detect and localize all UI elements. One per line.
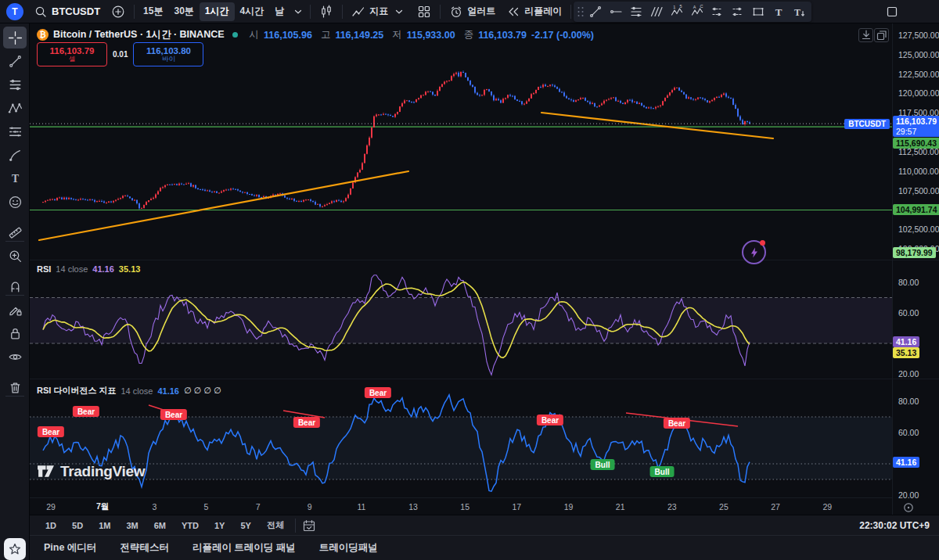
sidebar-tool-zoom-in[interactable] bbox=[3, 245, 27, 267]
elliott-impulse-icon: 15 bbox=[670, 5, 684, 19]
range-YTD[interactable]: YTD bbox=[177, 519, 203, 533]
favorites-toolbar-button[interactable] bbox=[4, 538, 26, 560]
magnet-icon bbox=[8, 279, 23, 294]
sidebar-tool-text-tool[interactable]: T bbox=[3, 167, 27, 189]
ai-assistant-button[interactable] bbox=[742, 240, 766, 264]
bottom-tab-1[interactable]: 전략테스터 bbox=[120, 541, 169, 555]
timeframe-4시간[interactable]: 4시간 bbox=[235, 2, 270, 21]
sell-button[interactable]: 116,103.79 셀 bbox=[37, 42, 107, 66]
sidebar-tool-remove-all[interactable] bbox=[3, 376, 27, 398]
restore-pane-button[interactable] bbox=[874, 28, 889, 42]
sidebar-tool-drawing-edit-lock[interactable] bbox=[3, 299, 27, 321]
ruler-icon bbox=[8, 225, 23, 240]
timeframe-날[interactable]: 날 bbox=[269, 2, 290, 21]
range-1Y[interactable]: 1Y bbox=[210, 519, 229, 533]
toolbar-separator bbox=[295, 519, 296, 533]
range-5Y[interactable]: 5Y bbox=[236, 519, 255, 533]
replay-icon bbox=[506, 5, 520, 19]
timeframe-15분[interactable]: 15분 bbox=[138, 2, 168, 21]
drawtool-elliott-impulse[interactable]: 15 bbox=[667, 2, 687, 21]
divergence-legend[interactable]: RSI 다이버전스 지표 14 close 41.16 ∅ ∅ ∅ ∅ bbox=[37, 385, 221, 397]
layout-templates-button[interactable] bbox=[412, 2, 437, 21]
timeframe-1시간[interactable]: 1시간 bbox=[200, 2, 235, 21]
sidebar-tool-hide-all[interactable] bbox=[3, 346, 27, 368]
rsi-chart[interactable] bbox=[30, 260, 892, 379]
high-label: 고 bbox=[321, 28, 331, 41]
drawtool-horizontal-ray[interactable] bbox=[606, 2, 626, 21]
timeframe-menu-button[interactable] bbox=[290, 2, 307, 21]
sidebar-tool-trend-line[interactable] bbox=[3, 50, 27, 72]
range-3M[interactable]: 3M bbox=[121, 519, 142, 533]
time-label-19: 19 bbox=[564, 502, 574, 512]
bottom-toolbar: 1D5D1M3M6MYTD1Y5Y전체 22:30:02 UTC+9 bbox=[30, 515, 939, 535]
bull-label: Bull bbox=[650, 466, 675, 477]
divergence-tick: 80.00 bbox=[898, 397, 919, 406]
range-1D[interactable]: 1D bbox=[41, 519, 61, 533]
time-label-7월: 7월 bbox=[96, 501, 109, 512]
drawtool-short-position[interactable] bbox=[728, 2, 748, 21]
candles-icon bbox=[319, 5, 333, 19]
price-tick: 102,500.00 bbox=[898, 224, 939, 234]
bar-countdown: 29:57 bbox=[896, 127, 937, 137]
timeframe-30분[interactable]: 30분 bbox=[168, 2, 199, 21]
compare-button[interactable] bbox=[106, 2, 131, 21]
indicators-button[interactable]: 지표 bbox=[346, 2, 412, 21]
sidebar-tool-fib-retracement[interactable] bbox=[3, 74, 27, 95]
close-value: 116,103.79 bbox=[478, 30, 527, 41]
drawtool-trend-line[interactable] bbox=[585, 2, 606, 21]
pane-separator[interactable] bbox=[30, 379, 939, 379]
chart-legend[interactable]: ₿ Bitcoin / TetherUS · 1시간 · BINANCE 시11… bbox=[37, 28, 594, 41]
range-1M[interactable]: 1M bbox=[94, 519, 115, 533]
sidebar-tool-magnet[interactable] bbox=[3, 275, 27, 297]
chart-style-button[interactable] bbox=[314, 2, 339, 21]
drawtool-long-position[interactable] bbox=[707, 2, 728, 21]
sidebar-tool-ruler[interactable] bbox=[3, 221, 27, 243]
fullscreen-button[interactable] bbox=[880, 2, 905, 21]
bear-label: Bear bbox=[365, 387, 391, 398]
short-position-icon bbox=[731, 5, 745, 19]
pane-separator[interactable] bbox=[30, 260, 939, 260]
drawtool-pitchfork[interactable] bbox=[646, 2, 667, 21]
rsi-legend[interactable]: RSI 14 close 41.16 35.13 bbox=[37, 264, 140, 274]
go-to-date-button[interactable] bbox=[302, 519, 316, 533]
scroll-to-latest-button[interactable] bbox=[858, 28, 873, 42]
symbol-label: BTCUSDT bbox=[52, 5, 100, 17]
bottom-tab-3[interactable]: 트레이딩패널 bbox=[319, 541, 378, 555]
toolbar-separator bbox=[440, 5, 441, 19]
range-전체[interactable]: 전체 bbox=[262, 517, 289, 533]
sidebar-tool-lock-all[interactable] bbox=[3, 322, 27, 344]
bear-label: Bear bbox=[160, 409, 187, 420]
remove-all-icon bbox=[8, 380, 23, 395]
sidebar-tool-prediction-position[interactable] bbox=[3, 120, 27, 142]
drawtool-fib-retracement[interactable] bbox=[626, 2, 646, 21]
bottom-tab-2[interactable]: 리플레이 트레이딩 패널 bbox=[192, 541, 296, 555]
buy-button[interactable]: 116,103.80 바이 bbox=[133, 42, 203, 66]
symbol-search-button[interactable]: BTCUSDT bbox=[28, 2, 106, 21]
scale-settings-icon[interactable] bbox=[901, 501, 916, 515]
drawtool-elliott-correction[interactable]: AC bbox=[687, 2, 707, 21]
drawing-quick-toolbar: 15ACTT bbox=[574, 2, 811, 22]
bottom-tab-0[interactable]: Pine 에디터 bbox=[44, 541, 96, 555]
sidebar-tool-emoji[interactable] bbox=[3, 191, 27, 213]
drawtool-rectangle[interactable] bbox=[748, 2, 768, 21]
user-avatar[interactable]: T bbox=[6, 3, 23, 20]
drawtool-text-tool[interactable]: T bbox=[768, 2, 789, 21]
drawing-sidebar: T bbox=[0, 23, 30, 560]
pitchfork-icon bbox=[649, 5, 664, 19]
rsi-value: 41.16 bbox=[92, 264, 114, 274]
clock[interactable]: 22:30:02 UTC+9 bbox=[859, 520, 930, 531]
divergence-flags: ∅ ∅ ∅ ∅ bbox=[184, 386, 221, 396]
price-scale[interactable]: 127,500.00125,000.00122,500.00120,000.00… bbox=[892, 23, 939, 515]
time-scale[interactable]: 297월357911131517192123252729 bbox=[30, 497, 892, 515]
square-icon bbox=[885, 5, 899, 19]
sidebar-tool-xabcd-pattern[interactable] bbox=[3, 97, 27, 119]
range-6M[interactable]: 6M bbox=[149, 519, 171, 533]
range-5D[interactable]: 5D bbox=[67, 519, 88, 533]
drawtool-anchored-text[interactable]: T bbox=[789, 2, 809, 21]
sidebar-tool-crosshair[interactable] bbox=[3, 27, 27, 48]
sidebar-tool-brush[interactable] bbox=[3, 144, 27, 166]
sell-label: 셀 bbox=[69, 56, 76, 63]
alert-button[interactable]: 얼러트 bbox=[444, 2, 501, 21]
price-tick: 125,000.00 bbox=[898, 50, 939, 59]
replay-button[interactable]: 리플레이 bbox=[501, 2, 567, 21]
